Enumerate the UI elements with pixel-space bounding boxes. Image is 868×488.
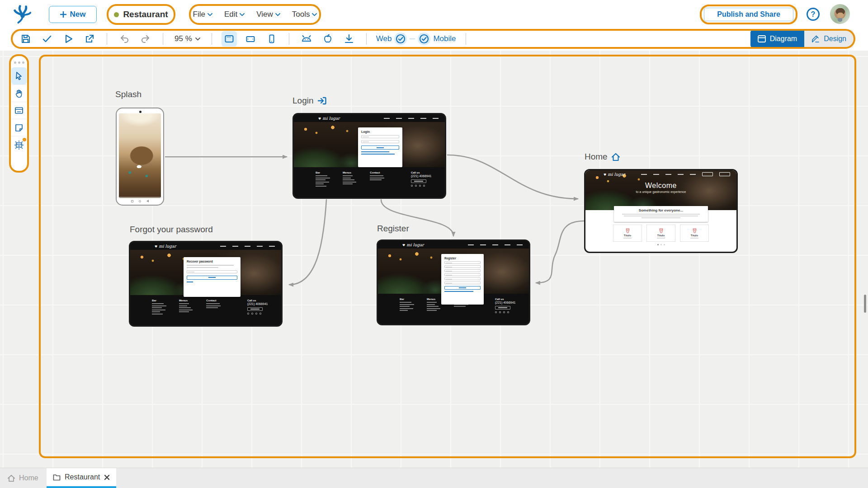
toolbar-divider [107,33,107,45]
panel-title: Something for everyone... [618,208,703,212]
menu-view[interactable]: View [256,10,280,19]
recover-form-card: Recover password [184,257,241,297]
screen-thumbnail-register[interactable]: mi lugar Register Bar Menus Contact Call… [377,239,530,325]
menu-file[interactable]: File [193,10,212,19]
ai-screen-tool[interactable] [11,136,27,153]
add-note-tool[interactable] [11,119,27,136]
forgot-label-text: Forgot your password [130,225,213,235]
new-button[interactable]: New [49,6,97,23]
email-field-placeholder [444,273,481,276]
thumb-nav: mi lugar [585,170,736,178]
toolbar-divider [289,33,289,45]
help-icon[interactable]: ? [807,8,820,21]
tab-home[interactable]: Home [7,468,38,488]
note-icon [14,123,24,132]
device-tablet-button[interactable] [243,31,258,47]
tab-diagram[interactable]: Diagram [750,30,804,48]
screen-label-splash[interactable]: Splash [115,89,142,99]
project-title[interactable]: Restaurant [107,4,175,25]
phone-divider [117,197,163,197]
zoom-level-control[interactable]: 95 % [173,34,202,43]
save-button[interactable] [18,31,33,47]
validate-button[interactable] [39,31,55,47]
device-phone-button[interactable] [264,31,279,47]
notification-dot [23,138,26,141]
add-screen-tool[interactable] [11,102,27,119]
vertical-scrollbar[interactable] [864,295,866,313]
welcome-subtitle: to a unique gastronomic experience [585,190,736,193]
palette-drag-handle[interactable] [14,60,24,67]
register-form-card: Register [441,254,484,305]
share-export-icon [84,33,95,44]
apple-icon [322,33,333,44]
feature-icon [625,228,630,233]
email-field-placeholder [187,270,237,273]
publish-and-share-button[interactable]: Publish and Share [704,8,793,21]
view-mode-toggle: Diagram Design [750,30,854,48]
user-avatar[interactable] [830,4,850,24]
repeat-password-field-placeholder [444,282,481,284]
heart-icon [155,244,157,249]
help-glyph: ? [811,10,816,19]
home-icon [611,153,620,161]
toolbar-divider [212,33,212,45]
screen-thumbnail-splash[interactable] [116,108,164,206]
apple-button[interactable] [320,31,335,47]
recover-card-title: Recover password [187,260,237,263]
redo-button[interactable] [138,31,153,47]
password-field-placeholder [444,277,481,280]
login-card-title: Login [361,130,399,133]
screen-label-login[interactable]: Login [292,96,326,106]
nav-links-placeholder [384,118,439,119]
export-button[interactable] [82,31,97,47]
web-label: Web [376,34,392,43]
welcome-title: Welcome [585,182,736,190]
download-icon [344,33,354,44]
user-field-placeholder [444,269,481,272]
nav-links-placeholder [641,172,730,176]
preview-button[interactable] [61,31,76,47]
select-tool[interactable] [11,67,27,84]
redo-icon [140,33,151,44]
heart-icon [604,172,606,177]
toolbar-divider [163,33,163,45]
screen-label-register[interactable]: Register [377,224,409,234]
pan-tool[interactable] [11,84,27,102]
footer-phone: (221) 4066941 [247,302,281,305]
web-check-toggle[interactable] [394,33,407,45]
screen-thumbnail-login[interactable]: mi lugar Login Bar Menus Contact Call us… [292,113,446,199]
close-icon[interactable] [104,474,110,480]
project-name: Restaurant [123,9,168,19]
project-status-dot [114,12,119,17]
screen-thumbnail-home[interactable]: mi lugar Welcome to a unique gastronomic… [584,169,738,253]
screen-label-home[interactable]: Home [585,152,620,162]
heart-icon [318,116,321,121]
toolbar-divider [366,33,367,45]
publish-annotation: Publish and Share [700,5,797,24]
android-button[interactable] [299,31,314,47]
screen-thumbnail-forgot[interactable]: mi lugar Recover password Bar Menus Cont… [129,241,283,327]
diagram-label: Diagram [770,35,797,43]
app-logo-icon[interactable] [12,3,33,24]
tab-restaurant[interactable]: Restaurant [47,468,116,488]
download-button[interactable] [341,31,357,47]
diagram-canvas[interactable]: Splash Login mi lugar Login [0,51,868,468]
screen-label-forgot[interactable]: Forgot your password [130,225,213,235]
tab-design[interactable]: Design [804,30,854,48]
feature-icon [659,228,664,233]
chevron-down-icon [240,13,245,16]
menu-tools[interactable]: Tools [292,10,317,19]
folder-icon [53,474,61,481]
cursor-icon [14,71,24,80]
design-icon [811,35,820,43]
send-button-placeholder [187,276,237,280]
thumb-nav: mi lugar [378,241,529,249]
menu-edit-label: Edit [224,10,237,19]
mobile-check-toggle[interactable] [418,33,430,45]
phone-nav-bar [117,198,163,204]
menu-edit[interactable]: Edit [224,10,245,19]
feature-tiles: Título Título Título [585,225,736,242]
tab-restaurant-label: Restaurant [65,473,100,481]
device-desktop-button[interactable] [222,31,237,47]
undo-button[interactable] [117,31,132,47]
